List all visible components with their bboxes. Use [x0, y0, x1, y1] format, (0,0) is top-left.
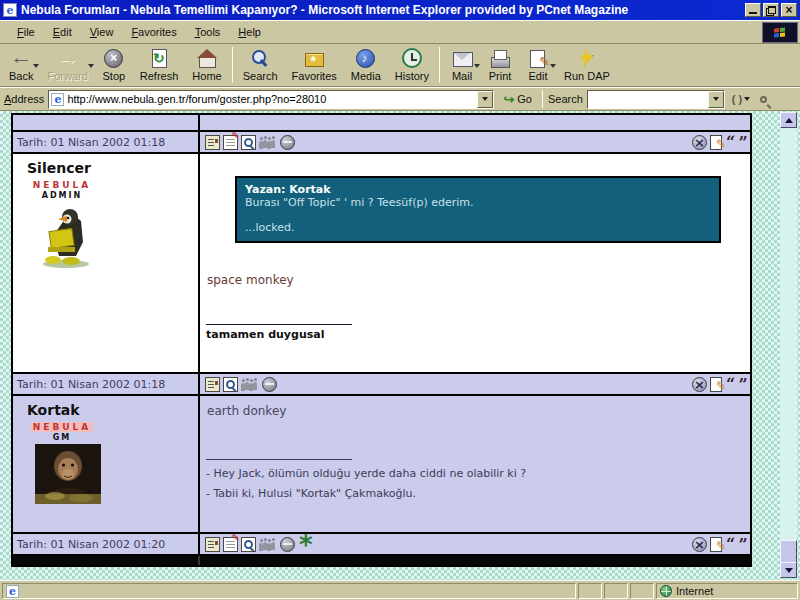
menu-help[interactable]: Help — [229, 23, 270, 41]
edit-button[interactable]: Edit — [519, 45, 557, 85]
stop-button[interactable]: Stop — [95, 45, 133, 85]
preview-icon[interactable] — [223, 377, 238, 392]
toolbar-separator — [439, 47, 440, 83]
minimize-button[interactable] — [745, 3, 761, 17]
buddies-icon[interactable] — [259, 135, 277, 150]
delete-icon[interactable] — [692, 537, 707, 552]
preview-icon[interactable] — [241, 537, 256, 552]
history-button[interactable]: History — [388, 45, 436, 85]
mail-icon — [450, 48, 474, 69]
status-zone-pane: Internet — [656, 583, 798, 599]
offline-icon[interactable] — [280, 537, 295, 552]
refresh-button[interactable]: Refresh — [133, 45, 186, 85]
history-icon — [400, 48, 424, 69]
profile-card-icon[interactable] — [205, 377, 220, 392]
preview-icon[interactable] — [241, 135, 256, 150]
delete-icon[interactable] — [692, 377, 707, 392]
reply-icon[interactable] — [710, 537, 722, 552]
go-arrow-icon: ↪ — [503, 92, 514, 107]
quote-icon[interactable] — [725, 537, 745, 552]
post-kortak: Kortak NEBULA GM — [13, 396, 750, 534]
menu-bar: File Edit View Favorites Tools Help — [0, 20, 800, 44]
search-button[interactable]: Search — [236, 45, 285, 85]
restore-icon — [768, 6, 776, 14]
quote-box: Yazan: Kortak Burası "Off Topic" ' mi ? … — [235, 176, 721, 243]
mail-dropdown-icon[interactable] — [474, 64, 480, 68]
menu-edit[interactable]: Edit — [44, 23, 81, 41]
forward-dropdown-icon[interactable] — [88, 64, 94, 68]
buddies-icon[interactable] — [259, 537, 277, 552]
menu-favorites[interactable]: Favorites — [122, 23, 185, 41]
post-footer-row-2: Tarih: 01 Nisan 2002 01:18 — [13, 374, 750, 396]
status-bar: e Internet — [0, 580, 800, 600]
offline-icon[interactable] — [262, 377, 277, 392]
menu-view[interactable]: View — [81, 23, 123, 41]
scroll-down-button[interactable] — [780, 562, 797, 578]
go-button[interactable]: ↪ Go — [498, 90, 537, 109]
home-button[interactable]: Home — [185, 45, 228, 85]
run-dap-button[interactable]: Run DAP — [557, 45, 617, 85]
address-url[interactable]: http://www.nebula.gen.tr/forum/goster.ph… — [67, 93, 477, 105]
windows-flag-icon — [774, 27, 786, 38]
author-name: Kortak — [27, 402, 198, 418]
partial-row — [13, 115, 750, 132]
brackets-extension-icon[interactable]: ( ) — [729, 93, 753, 105]
scroll-up-button[interactable] — [780, 112, 797, 128]
favorites-icon — [302, 48, 326, 69]
close-button[interactable]: × — [781, 3, 797, 17]
quote-icon[interactable] — [725, 377, 745, 392]
media-icon — [354, 48, 378, 69]
addressbar-separator — [542, 90, 543, 108]
edit-post-icon[interactable] — [223, 537, 238, 552]
chimp-avatar — [35, 444, 101, 504]
edit-dropdown-icon[interactable] — [550, 64, 556, 68]
signature-text: - Hey Jack, ölümün olduğu yerde daha cid… — [206, 467, 750, 480]
status-pane — [604, 583, 628, 599]
back-dropdown-icon[interactable] — [33, 64, 39, 68]
post-body: space monkey — [207, 273, 750, 287]
quote-icon[interactable] — [725, 135, 745, 150]
reply-icon[interactable] — [710, 377, 722, 392]
window-title: Nebula Forumları - Nebula Temellimi Kapa… — [21, 3, 741, 17]
status-pane — [630, 583, 654, 599]
author-badge: NEBULA — [33, 180, 92, 190]
ip-flower-icon[interactable] — [298, 537, 313, 552]
address-dropdown-button[interactable] — [477, 91, 493, 108]
close-icon: × — [785, 4, 792, 16]
back-button[interactable]: Back — [2, 45, 40, 85]
ie-document-icon: e — [3, 3, 17, 17]
menu-tools[interactable]: Tools — [186, 23, 230, 41]
delete-icon[interactable] — [692, 135, 707, 150]
edit-icon — [526, 48, 550, 69]
penguin-laptop-avatar — [39, 206, 93, 268]
quote-line: Burası "Off Topic" ' mi ? Teesüf(p) eder… — [245, 196, 711, 209]
media-button[interactable]: Media — [344, 45, 388, 85]
quote-line: ...locked. — [245, 221, 711, 234]
offline-icon[interactable] — [280, 135, 295, 150]
menu-file[interactable]: File — [8, 23, 44, 41]
vertical-scrollbar[interactable] — [780, 112, 797, 578]
toolbar: Back Forward Stop Refresh Home Search Fa… — [0, 44, 800, 87]
ie-throbber-logo — [762, 22, 798, 43]
title-bar[interactable]: e Nebula Forumları - Nebula Temellimi Ka… — [0, 0, 800, 20]
favorites-button[interactable]: Favorites — [285, 45, 344, 85]
address-input[interactable]: e http://www.nebula.gen.tr/forum/goster.… — [48, 90, 494, 109]
stop-icon — [102, 48, 126, 69]
find-extension-icon[interactable] — [757, 96, 770, 103]
edit-post-icon[interactable] — [223, 135, 238, 150]
quote-author: Yazan: Kortak — [245, 183, 711, 196]
print-button[interactable]: Print — [481, 45, 519, 85]
search-combo-input[interactable] — [587, 90, 725, 109]
profile-card-icon[interactable] — [205, 537, 220, 552]
forward-button[interactable]: Forward — [40, 45, 94, 85]
profile-card-icon[interactable] — [205, 135, 220, 150]
buddies-icon[interactable] — [241, 377, 259, 392]
reply-icon[interactable] — [710, 135, 722, 150]
status-pane — [578, 583, 602, 599]
search-dropdown-button[interactable] — [708, 91, 724, 108]
post-date: Tarih: 01 Nisan 2002 01:18 — [17, 136, 165, 149]
restore-button[interactable] — [763, 3, 779, 17]
author-badge: NEBULA — [31, 422, 94, 432]
mail-button[interactable]: Mail — [443, 45, 481, 85]
forward-icon — [56, 48, 80, 69]
